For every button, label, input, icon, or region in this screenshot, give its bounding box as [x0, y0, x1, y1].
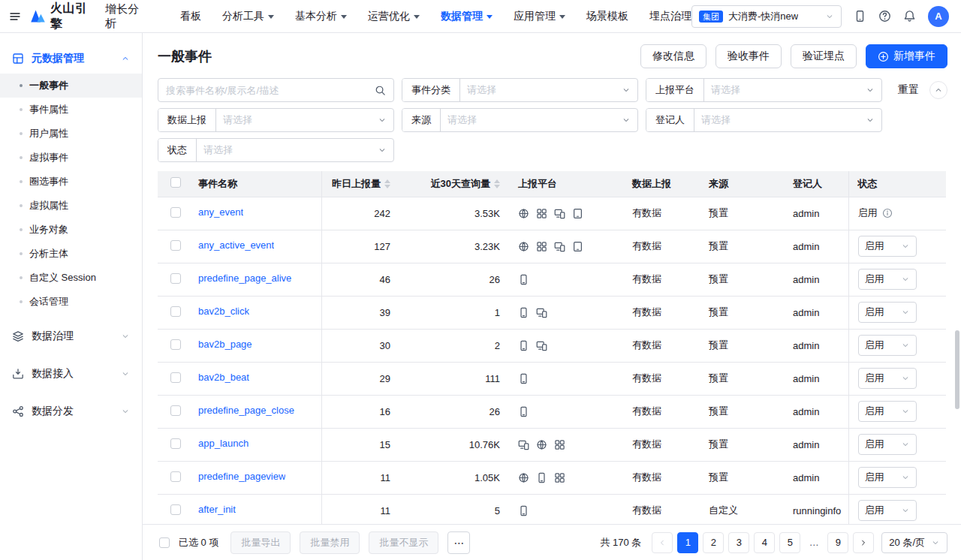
prev-page-button[interactable] [652, 532, 673, 553]
event-name-link[interactable]: bav2b_click [198, 306, 249, 317]
status-select[interactable]: 启用 [858, 269, 917, 290]
chevron-up-icon[interactable] [929, 81, 947, 99]
search-box[interactable] [158, 78, 394, 102]
page-number-button[interactable]: 9 [827, 532, 848, 553]
sidebar-section-header[interactable]: 元数据管理 [0, 44, 142, 74]
row-checkbox[interactable] [170, 207, 181, 218]
event-name-link[interactable]: bav2b_page [198, 339, 252, 350]
filter-select[interactable]: 请选择 [197, 139, 393, 161]
event-name-link[interactable]: app_launch [198, 438, 249, 449]
sidebar-item[interactable]: 用户属性 [0, 122, 142, 146]
sidebar-item[interactable]: 业务对象 [0, 218, 142, 242]
nav-item[interactable]: 埋点治理 [649, 10, 691, 23]
menu-icon[interactable] [9, 11, 21, 23]
nav-item[interactable]: 运营优化 [368, 10, 420, 23]
row-checkbox[interactable] [170, 471, 181, 482]
notification-bell-icon[interactable] [903, 10, 916, 23]
info-icon[interactable] [882, 208, 893, 218]
row-checkbox[interactable] [170, 504, 181, 515]
select-all-footer-checkbox[interactable] [159, 537, 170, 548]
status-select[interactable]: 启用 [858, 302, 917, 323]
status-select[interactable]: 启用 [858, 401, 917, 422]
sidebar-item[interactable]: 一般事件 [0, 74, 142, 98]
status-select[interactable]: 启用 [858, 467, 917, 488]
chevron-up-icon [121, 54, 130, 63]
row-checkbox[interactable] [170, 339, 181, 350]
status-select[interactable]: 启用 [858, 500, 917, 521]
chevron-down-icon [121, 369, 130, 378]
header-action-button[interactable]: 修改信息 [640, 44, 706, 68]
row-checkbox[interactable] [170, 240, 181, 251]
header-action-button[interactable]: 验收事件 [715, 44, 782, 68]
filter-select[interactable]: 请选择 [216, 109, 393, 131]
status-select[interactable]: 启用 [858, 236, 917, 257]
sidebar-section-header[interactable]: 数据接入 [0, 359, 142, 389]
registrant-value: admin [784, 230, 848, 263]
page-size-select[interactable]: 20 条/页 [881, 532, 947, 553]
event-name-link[interactable]: predefine_page_close [198, 405, 294, 416]
status-select[interactable]: 启用 [858, 335, 917, 356]
chevron-down-icon [866, 116, 875, 125]
page-number-button[interactable]: 2 [703, 532, 724, 553]
page-number-button[interactable]: 3 [728, 532, 749, 553]
query30-count: 10.76K [399, 428, 509, 461]
product-name: 增长分析 [105, 2, 149, 31]
row-checkbox[interactable] [170, 273, 181, 284]
bulk-action-button[interactable]: 批量不显示 [369, 531, 438, 554]
page-number-button[interactable]: 1 [677, 532, 698, 553]
event-name-link[interactable]: after_init [198, 504, 236, 515]
add-event-button[interactable]: 新增事件 [866, 44, 947, 68]
sidebar-section-header[interactable]: 数据治理 [0, 321, 142, 351]
nav-item[interactable]: 应用管理 [514, 10, 565, 23]
event-name-link[interactable]: bav2b_beat [198, 372, 249, 383]
row-checkbox[interactable] [170, 306, 181, 317]
event-name-link[interactable]: predefine_pageview [198, 471, 285, 482]
sidebar-item[interactable]: 会话管理 [0, 290, 142, 314]
sidebar-item[interactable]: 事件属性 [0, 98, 142, 122]
next-page-button[interactable] [853, 532, 874, 553]
nav-item[interactable]: 数据管理 [441, 10, 493, 23]
header-action-button[interactable]: 验证埋点 [791, 44, 857, 68]
sidebar-item[interactable]: 虚拟属性 [0, 194, 142, 218]
bulk-action-button[interactable]: 批量禁用 [300, 531, 360, 554]
event-name-link[interactable]: predefine_page_alive [198, 272, 291, 284]
help-icon[interactable] [878, 10, 891, 23]
volcengine-logo[interactable]: 火山引擎 [30, 1, 98, 32]
sort-buttons[interactable] [494, 179, 500, 188]
sidebar-item[interactable]: 分析主体 [0, 242, 142, 266]
sort-buttons[interactable] [384, 179, 390, 188]
filter-select[interactable]: 请选择 [460, 79, 637, 101]
event-name-link[interactable]: any_event [198, 206, 243, 218]
sidebar-item[interactable]: 圈选事件 [0, 170, 142, 194]
row-checkbox[interactable] [170, 438, 181, 449]
filter-select[interactable]: 请选择 [441, 109, 637, 131]
mobile-app-icon[interactable] [854, 10, 866, 23]
page-number-button[interactable]: 5 [779, 532, 800, 553]
page-number-button[interactable]: 4 [754, 532, 775, 553]
nav-item[interactable]: 分析工具 [222, 10, 274, 23]
search-input[interactable] [166, 85, 375, 96]
sidebar-section-header[interactable]: 数据分发 [0, 396, 142, 426]
row-checkbox[interactable] [170, 372, 181, 383]
status-select[interactable]: 启用 [858, 434, 917, 455]
scrollbar[interactable] [955, 330, 959, 409]
sidebar-item[interactable]: 自定义 Session [0, 266, 142, 290]
status-select[interactable]: 启用 [858, 368, 917, 389]
more-actions-button[interactable]: ⋯ [447, 531, 470, 554]
chevron-down-icon [901, 506, 910, 515]
nav-item[interactable]: 基本分析 [295, 10, 347, 23]
event-name-link[interactable]: any_active_event [198, 239, 274, 251]
bulk-action-button[interactable]: 批量导出 [230, 531, 291, 554]
filter-select[interactable]: 请选择 [704, 79, 881, 101]
app-select[interactable]: 集团 大消费-快消new [691, 5, 842, 28]
select-all-checkbox[interactable] [170, 177, 181, 188]
nav-item[interactable]: 看板 [180, 10, 201, 23]
nav-item[interactable]: 场景模板 [586, 10, 628, 23]
user-avatar[interactable]: A [928, 6, 949, 27]
search-icon[interactable] [375, 85, 386, 96]
filter-placeholder: 请选择 [701, 113, 866, 127]
filter-select[interactable]: 请选择 [694, 109, 881, 131]
row-checkbox[interactable] [170, 405, 181, 416]
reset-button[interactable]: 重置 [898, 83, 919, 97]
sidebar-item[interactable]: 虚拟事件 [0, 146, 142, 170]
